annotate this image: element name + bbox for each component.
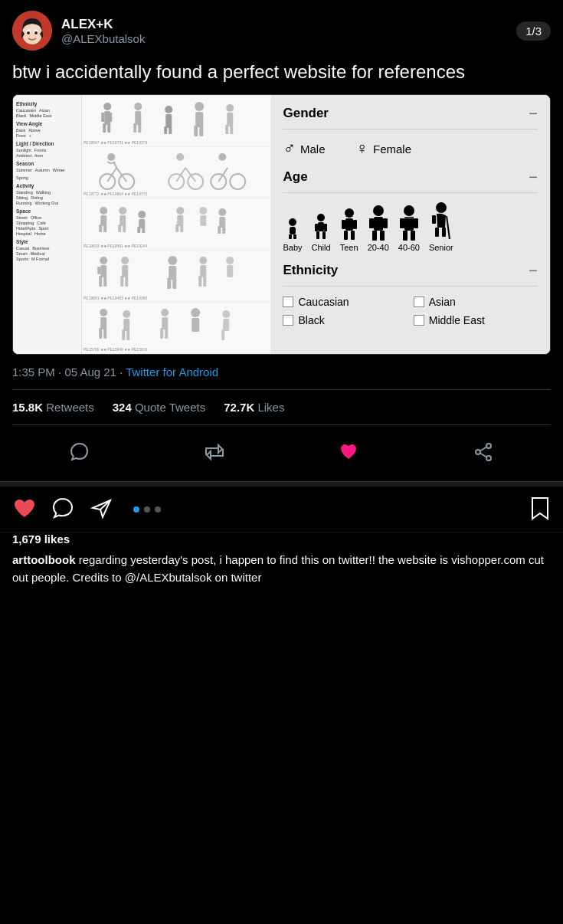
preview-left: Ethnicity Caucasian Asian Black Middle E… xyxy=(13,95,270,354)
retweets-stat: 15.8K Retweets xyxy=(12,401,94,414)
retweet-button[interactable] xyxy=(198,436,231,470)
tweet-time: 1:35 PM xyxy=(12,365,55,378)
svg-rect-11 xyxy=(109,113,112,122)
age-child-label: Child xyxy=(312,243,331,252)
quote-label: Quote Tweets xyxy=(135,401,205,414)
svg-rect-87 xyxy=(103,328,106,339)
svg-rect-126 xyxy=(411,231,415,241)
svg-rect-77 xyxy=(172,278,176,289)
img-row-2: PE19772 ★★ PE19964 ★★ PE19772 xyxy=(82,147,270,199)
svg-point-96 xyxy=(191,308,200,317)
people-images: PE19547 ★★ PE19731 ★★ PE19379 xyxy=(82,95,270,354)
svg-rect-122 xyxy=(383,218,388,228)
svg-point-88 xyxy=(123,310,130,318)
svg-rect-114 xyxy=(351,231,355,240)
svg-point-74 xyxy=(168,256,177,265)
svg-line-138 xyxy=(480,447,486,451)
svg-rect-68 xyxy=(103,276,106,287)
svg-point-4 xyxy=(27,31,30,34)
age-senior: Senior xyxy=(429,202,453,252)
ethnicity-minus: − xyxy=(529,263,538,278)
svg-point-20 xyxy=(195,102,204,111)
svg-rect-129 xyxy=(404,217,414,220)
svg-rect-97 xyxy=(191,318,199,332)
svg-rect-120 xyxy=(380,231,385,241)
ethnicity-caucasian-label: Caucasian xyxy=(298,296,349,308)
svg-point-111 xyxy=(345,208,354,218)
svg-rect-75 xyxy=(169,266,176,280)
svg-rect-64 xyxy=(222,226,225,234)
svg-point-82 xyxy=(226,257,234,264)
comment-icon xyxy=(70,442,90,462)
checkbox-caucasian xyxy=(283,297,293,307)
svg-rect-133 xyxy=(442,228,446,237)
likes-count: 72.7K xyxy=(224,401,254,414)
svg-rect-113 xyxy=(344,231,348,240)
ig-save-button[interactable] xyxy=(529,496,551,523)
svg-point-101 xyxy=(289,218,296,226)
svg-point-28 xyxy=(107,153,115,161)
share-button[interactable] xyxy=(467,436,499,470)
preview-right: Gender − ♂ Male ♀ Female xyxy=(270,95,550,354)
ig-send-button[interactable] xyxy=(89,496,113,523)
svg-point-59 xyxy=(199,207,207,215)
svg-rect-83 xyxy=(227,265,233,277)
svg-point-78 xyxy=(199,257,207,264)
tweet-header-left: ALEX+K @ALEXbutalsok xyxy=(12,11,145,51)
svg-rect-134 xyxy=(432,215,436,224)
svg-rect-102 xyxy=(290,227,296,234)
svg-rect-14 xyxy=(133,123,136,133)
svg-rect-109 xyxy=(315,224,318,231)
svg-point-43 xyxy=(100,207,107,215)
svg-rect-67 xyxy=(99,276,102,287)
svg-point-136 xyxy=(476,450,480,454)
svg-point-47 xyxy=(119,207,126,215)
svg-rect-63 xyxy=(218,226,221,234)
quote-stat: 324 Quote Tweets xyxy=(113,401,205,414)
age-divider xyxy=(283,192,538,193)
tweet-stats: 15.8K Retweets 324 Quote Tweets 72.7K Li… xyxy=(12,389,551,425)
page-indicator: 1/3 xyxy=(516,21,551,41)
svg-point-61 xyxy=(218,208,226,216)
ig-comment-button[interactable] xyxy=(51,496,75,523)
ethnicity-black-label: Black xyxy=(298,314,324,326)
male-icon: ♂ xyxy=(283,139,296,159)
svg-rect-132 xyxy=(435,228,439,237)
ig-actions xyxy=(0,487,563,532)
ig-send-icon xyxy=(89,496,113,520)
svg-rect-50 xyxy=(123,224,126,232)
svg-rect-104 xyxy=(293,234,296,239)
svg-rect-8 xyxy=(103,123,106,133)
age-baby: Baby xyxy=(283,218,302,252)
svg-rect-72 xyxy=(120,276,123,287)
tweet-date: 05 Aug 21 xyxy=(64,365,116,378)
svg-rect-18 xyxy=(164,126,167,134)
female-icon: ♀ xyxy=(355,139,368,159)
share-icon xyxy=(473,442,493,462)
ig-like-button[interactable] xyxy=(12,496,37,523)
svg-rect-107 xyxy=(316,231,319,239)
svg-point-130 xyxy=(436,202,447,213)
ig-bookmark-icon xyxy=(529,496,551,520)
svg-rect-90 xyxy=(122,329,125,340)
tweet-platform[interactable]: Twitter for Android xyxy=(126,365,218,378)
like-button[interactable] xyxy=(332,436,365,470)
svg-rect-128 xyxy=(414,218,418,228)
ethnicity-middle-east: Middle East xyxy=(414,314,538,326)
ig-caption: arttoolbook regarding yesterday's post, … xyxy=(0,552,563,598)
svg-point-137 xyxy=(486,456,491,460)
tweet-meta: 1:35 PM · 05 Aug 21 · Twitter for Androi… xyxy=(12,365,551,378)
gender-divider xyxy=(283,129,538,129)
svg-rect-119 xyxy=(372,231,377,241)
comment-button[interactable] xyxy=(64,436,96,470)
svg-point-135 xyxy=(486,444,491,448)
ig-dot-3 xyxy=(155,506,161,513)
likes-label: Likes xyxy=(257,401,284,414)
svg-point-5 xyxy=(34,31,38,34)
svg-rect-100 xyxy=(221,329,224,340)
ethnicity-grid: Caucasian Asian Black Middle East xyxy=(283,296,538,326)
img-row-3: PE19633 ★★ PE19591 ★★ PE19244 xyxy=(82,198,270,251)
age-minus: − xyxy=(529,169,538,185)
svg-rect-56 xyxy=(177,215,183,226)
svg-rect-110 xyxy=(324,224,327,231)
